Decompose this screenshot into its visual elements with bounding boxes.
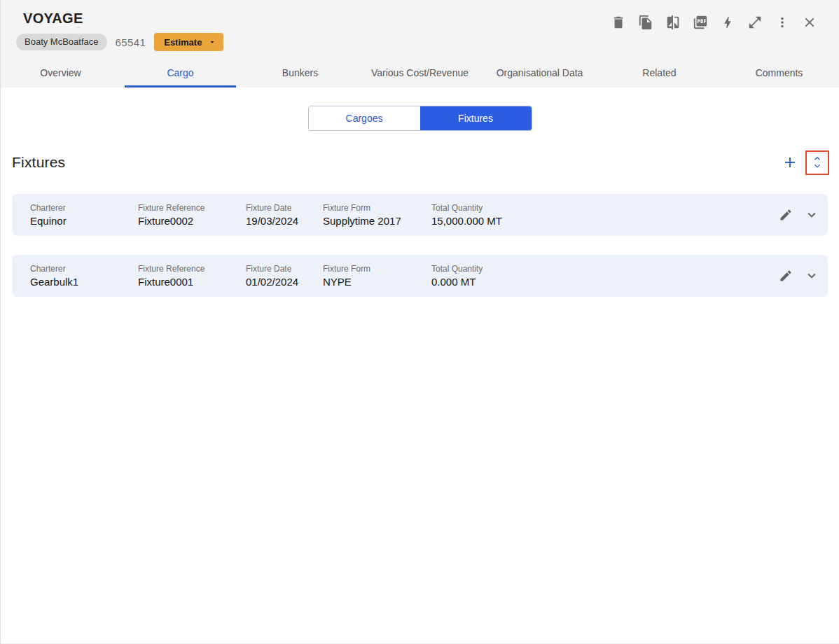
fixture-form-label: Fixture Form (323, 264, 431, 274)
fixture-form-value: NYPE (323, 276, 431, 288)
cargoes-toggle-button[interactable]: Cargoes (309, 106, 420, 130)
compare-icon[interactable] (665, 15, 681, 30)
fixture-form-field: Fixture Form NYPE (323, 264, 431, 288)
close-icon[interactable] (802, 15, 817, 30)
fixture-reference-label: Fixture Reference (138, 264, 246, 274)
fixtures-section-title: Fixtures (12, 154, 65, 171)
fixture-row[interactable]: Charterer Gearbulk1 Fixture Reference Fi… (12, 255, 828, 297)
fixture-date-value: 01/02/2024 (246, 276, 323, 288)
fixture-form-field: Fixture Form Supplytime 2017 (323, 203, 431, 227)
cargo-tab-content: Cargoes Fixtures Fixtures Charter (1, 88, 839, 297)
charterer-label: Charterer (30, 203, 138, 213)
voyage-number: 65541 (116, 36, 146, 48)
fixture-date-label: Fixture Date (246, 264, 323, 274)
bolt-icon[interactable] (720, 15, 735, 30)
total-quantity-label: Total Quantity (431, 264, 779, 274)
tab-overview[interactable]: Overview (1, 60, 120, 88)
estimate-label: Estimate (164, 37, 202, 48)
target-highlight-box (805, 150, 829, 175)
fixtures-toggle-button[interactable]: Fixtures (420, 106, 532, 130)
tab-cargo[interactable]: Cargo (120, 60, 240, 88)
more-options-icon[interactable] (775, 15, 790, 30)
fixture-form-label: Fixture Form (323, 203, 431, 213)
total-quantity-field: Total Quantity 15,000.000 MT (431, 203, 779, 227)
fixture-reference-field: Fixture Reference Fixture0001 (138, 264, 246, 288)
row-actions (779, 207, 821, 223)
fixture-date-field: Fixture Date 19/03/2024 (246, 203, 323, 227)
fixture-reference-label: Fixture Reference (138, 203, 246, 213)
vessel-chip: Boaty McBoatface (16, 34, 107, 50)
edit-fixture-button[interactable] (779, 208, 793, 222)
tab-various-cost-revenue[interactable]: Various Cost/Revenue (360, 60, 480, 88)
fixture-date-value: 19/03/2024 (246, 215, 323, 227)
tab-bar: Overview Cargo Bunkers Various Cost/Reve… (1, 60, 839, 88)
fixture-form-value: Supplytime 2017 (323, 215, 431, 227)
voyage-window: VOYAGE Boaty McBoatface 65541 Estimate (1, 0, 839, 297)
voyage-header: VOYAGE Boaty McBoatface 65541 Estimate (1, 0, 839, 88)
estimate-dropdown-button[interactable]: Estimate (154, 33, 223, 51)
header-toolbar (611, 15, 817, 30)
expand-icon[interactable] (747, 15, 763, 30)
edit-fixture-button[interactable] (779, 269, 793, 283)
add-fixture-button[interactable] (782, 154, 798, 171)
chevron-up-icon (812, 155, 823, 162)
tab-related[interactable]: Related (599, 60, 719, 88)
fixtures-section-header: Fixtures (12, 150, 829, 175)
cargoes-fixtures-toggle: Cargoes Fixtures (308, 106, 532, 131)
tab-comments[interactable]: Comments (719, 60, 839, 88)
total-quantity-label: Total Quantity (431, 203, 779, 213)
copy-icon[interactable] (638, 15, 653, 30)
expand-row-icon[interactable] (804, 268, 819, 284)
total-quantity-field: Total Quantity 0.000 MT (431, 264, 779, 288)
expand-collapse-all-button[interactable] (811, 155, 824, 170)
charterer-value: Equinor (30, 215, 138, 227)
charterer-value: Gearbulk1 (30, 276, 138, 288)
tab-organisational-data[interactable]: Organisational Data (480, 60, 599, 88)
fixture-reference-value: Fixture0001 (138, 276, 246, 288)
fixture-date-field: Fixture Date 01/02/2024 (246, 264, 323, 288)
charterer-label: Charterer (30, 264, 138, 274)
chevron-down-icon (812, 162, 823, 170)
fixture-reference-field: Fixture Reference Fixture0002 (138, 203, 246, 227)
charterer-field: Charterer Equinor (30, 203, 138, 227)
caret-down-icon (208, 38, 216, 46)
tab-bunkers[interactable]: Bunkers (240, 60, 360, 88)
fixture-row[interactable]: Charterer Equinor Fixture Reference Fixt… (12, 194, 828, 236)
pdf-icon[interactable] (693, 15, 708, 30)
fixtures-section-actions (782, 150, 829, 175)
voyage-meta: Boaty McBoatface 65541 Estimate (16, 33, 818, 51)
view-toggle-wrap: Cargoes Fixtures (1, 106, 839, 131)
fixture-reference-value: Fixture0002 (138, 215, 246, 227)
total-quantity-value: 15,000.000 MT (431, 215, 779, 227)
total-quantity-value: 0.000 MT (431, 276, 779, 288)
row-actions (779, 268, 821, 284)
fixture-date-label: Fixture Date (246, 203, 323, 213)
expand-row-icon[interactable] (804, 207, 819, 223)
charterer-field: Charterer Gearbulk1 (30, 264, 138, 288)
delete-icon[interactable] (611, 15, 626, 30)
